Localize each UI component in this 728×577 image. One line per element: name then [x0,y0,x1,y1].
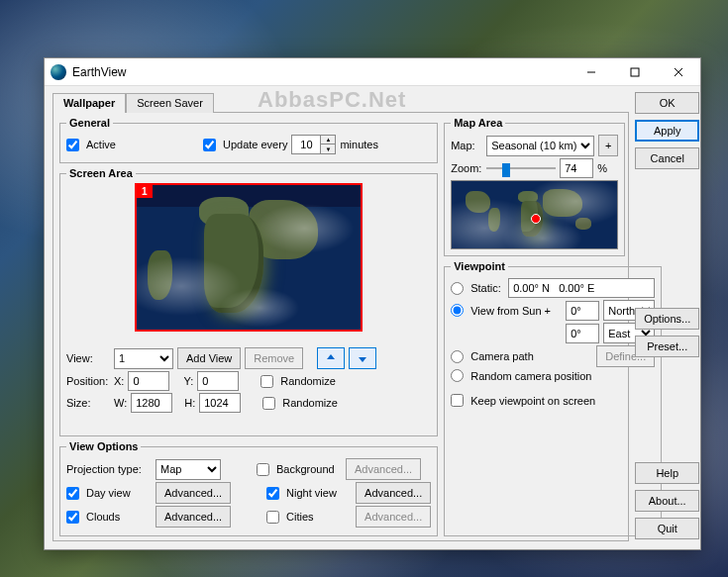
static-input[interactable] [508,278,655,298]
tab-wallpaper[interactable]: Wallpaper [52,93,126,113]
ok-button[interactable]: OK [635,92,699,114]
close-button[interactable] [657,58,700,86]
y-label: Y: [183,375,193,387]
mini-map[interactable] [451,180,618,249]
clouds-label: Clouds [86,511,152,523]
dayview-advanced-button[interactable]: Advanced... [156,482,231,504]
position-label: Position: [66,375,110,387]
update-interval-input[interactable] [291,135,321,154]
nightview-checkbox[interactable] [266,487,279,500]
viewpoint-group: Viewpoint Static: View from Sun + North [444,260,662,536]
remove-view-button[interactable]: Remove [245,347,303,369]
window-title: EarthView [72,65,570,79]
x-input[interactable] [128,371,169,391]
add-view-button[interactable]: Add View [177,347,241,369]
dayview-checkbox[interactable] [66,487,79,500]
projection-label: Projection type: [66,463,152,475]
map-select[interactable]: Seasonal (10 km) [486,136,594,156]
general-group: General Active Update every ▲ [59,117,438,163]
cities-checkbox[interactable] [266,511,279,524]
background-advanced-button[interactable]: Advanced... [346,458,421,480]
map-add-button[interactable]: + [598,135,618,156]
general-legend: General [66,117,113,129]
quit-button[interactable]: Quit [635,518,699,539]
prev-view-button[interactable] [317,347,345,369]
background-label: Background [276,463,342,475]
view-options-legend: View Options [66,440,141,452]
sun-label: View from Sun + [470,305,562,317]
viewpoint-legend: Viewpoint [451,260,508,272]
screen-area-group: Screen Area 1 [59,167,438,436]
w-input[interactable] [131,393,172,413]
keep-viewpoint-checkbox[interactable] [451,394,464,407]
update-unit: minutes [340,139,378,150]
titlebar: EarthView [45,58,700,86]
size-label: Size: [66,397,110,409]
random-label: Random camera position [470,370,591,382]
zoom-unit: % [597,162,607,174]
map-area-legend: Map Area [451,117,505,129]
minimize-button[interactable] [570,58,613,86]
help-button[interactable]: Help [635,462,699,484]
map-preview[interactable]: 1 [135,183,363,332]
view-select[interactable]: 1 [114,348,173,369]
maximize-button[interactable] [613,58,657,86]
viewpoint-marker-icon [531,214,541,224]
options-button[interactable]: Options... [635,308,699,330]
app-icon [51,64,66,80]
zoom-input[interactable] [560,158,593,178]
projection-select[interactable]: Map [156,459,221,480]
cancel-button[interactable]: Cancel [635,147,699,169]
apply-button[interactable]: Apply [635,120,699,142]
static-label: Static: [470,282,504,294]
randomize-position-checkbox[interactable] [260,375,273,388]
randomize-position-label: Randomize [280,375,336,387]
update-checkbox[interactable] [203,139,216,151]
keep-viewpoint-label: Keep viewpoint on screen [470,395,595,407]
clouds-advanced-button[interactable]: Advanced... [156,506,231,528]
h-label: H: [184,397,195,409]
background-checkbox[interactable] [257,463,269,476]
x-label: X: [114,375,124,387]
svg-rect-1 [631,68,639,76]
active-checkbox[interactable] [66,139,79,151]
next-view-button[interactable] [349,347,376,369]
clouds-checkbox[interactable] [66,511,79,524]
spin-up-icon[interactable]: ▲ [321,136,335,144]
y-input[interactable] [197,371,239,391]
active-label: Active [86,139,116,150]
view-badge: 1 [137,185,153,198]
static-radio[interactable] [451,282,464,295]
preset-button[interactable]: Preset... [635,336,699,357]
h-input[interactable] [199,393,241,413]
about-button[interactable]: About... [635,490,699,512]
random-radio[interactable] [451,369,464,382]
sun-radio[interactable] [451,304,464,317]
camera-radio[interactable] [451,350,464,363]
randomize-size-checkbox[interactable] [262,397,275,410]
dayview-label: Day view [86,487,152,499]
screen-area-legend: Screen Area [66,167,136,179]
update-label: Update every [223,139,287,150]
camera-label: Camera path [470,350,592,362]
nightview-advanced-button[interactable]: Advanced... [356,482,431,504]
zoom-label: Zoom: [451,162,482,174]
map-label: Map: [451,140,482,151]
zoom-slider[interactable] [486,159,556,177]
w-label: W: [114,397,127,409]
cities-advanced-button[interactable]: Advanced... [356,506,431,528]
spin-down-icon[interactable]: ▼ [321,144,335,153]
app-window: EarthView Wallpaper Screen Saver General… [44,57,701,550]
sun-deg2-input[interactable] [566,324,599,343]
randomize-size-label: Randomize [282,397,338,409]
tab-screensaver[interactable]: Screen Saver [126,93,214,113]
map-area-group: Map Area Map: Seasonal (10 km) + Zoom: [444,117,625,256]
sun-deg1-input[interactable] [566,301,599,321]
view-label: View: [66,352,110,364]
nightview-label: Night view [286,487,352,499]
cities-label: Cities [286,511,352,523]
view-options-group: View Options Projection type: Map Backgr… [59,440,438,536]
